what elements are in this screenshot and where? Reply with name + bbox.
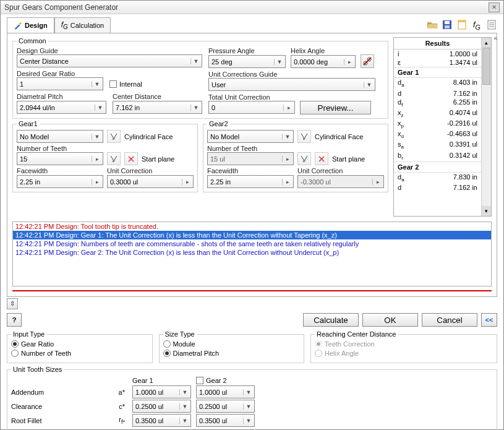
gear1-numteeth-input[interactable]: 15▸ (17, 152, 103, 165)
gear2-plane-pick-button[interactable] (297, 152, 311, 165)
app-window: Spur Gears Component Generator ✕ Design … (0, 0, 504, 430)
report-icon[interactable] (486, 19, 497, 30)
gear1-fieldset: Gear1 No Model▼ Cylindrical Face Number … (12, 120, 198, 192)
tab-design[interactable]: Design (7, 17, 54, 33)
radio-module[interactable]: Module (163, 340, 195, 348)
diametral-pitch-select[interactable]: 2.0944 ul/in▼ (17, 101, 106, 114)
scroll-down-icon[interactable]: ▾ (482, 206, 491, 216)
help-button[interactable]: ? (7, 313, 22, 327)
pressure-angle-select[interactable]: 25 deg▼ (208, 55, 286, 68)
helix-angle-input[interactable]: 0.0000 deg▸ (291, 55, 356, 68)
internal-checkbox[interactable]: Internal (109, 80, 142, 88)
pressure-angle-value: 25 deg (211, 58, 233, 66)
unit-corr-guide-label: Unit Corrections Guide (208, 71, 384, 78)
gear2-plane-clear-button[interactable] (315, 152, 328, 165)
gear2-facewidth-input[interactable]: 2.25 in▸ (207, 175, 294, 188)
log-line[interactable]: 12:42:21 PM Design: Gear 2: The Unit Cor… (13, 248, 491, 257)
spinner-icon[interactable]: ▸ (92, 156, 100, 162)
gear1-cylface-label: Cylindrical Face (124, 133, 173, 140)
gear1-plane-clear-button[interactable] (124, 152, 138, 165)
spinner-icon[interactable]: ▸ (283, 105, 292, 111)
close-button[interactable]: ✕ (489, 2, 500, 12)
tooth-g2-checkbox[interactable]: Gear 2 (196, 377, 255, 384)
collapse-results-icon[interactable]: « (492, 35, 499, 59)
chevron-down-icon: ▼ (92, 81, 100, 87)
rootfillet-g1-select[interactable]: 0.3500 ul▼ (132, 414, 191, 427)
results-row: i1.0000 ul (394, 49, 481, 58)
cancel-button[interactable]: Cancel (422, 313, 477, 327)
input-type-legend: Input Type (11, 330, 46, 338)
results-row: xp-0.2916 ul (394, 119, 481, 129)
pressure-angle-label: Pressure Angle (208, 47, 286, 54)
spinner-icon[interactable]: ▸ (282, 179, 291, 185)
rootfillet-sym: rf* (109, 416, 127, 425)
results-scrollbar[interactable]: ▴ ▾ (481, 38, 491, 216)
gear1-model-select[interactable]: No Model▼ (17, 130, 103, 143)
tooth-legend: Unit Tooth Sizes (11, 366, 64, 373)
scroll-thumb[interactable] (482, 48, 490, 85)
ok-label: OK (384, 316, 396, 325)
sheet-icon[interactable] (456, 19, 468, 30)
open-icon[interactable] (427, 19, 438, 30)
formula-icon[interactable]: fG (471, 19, 482, 30)
unit-corr-guide-select[interactable]: User▼ (208, 78, 375, 91)
gear-ratio-label: Gear Ratio (21, 340, 54, 348)
rootfillet-g1-value: 0.3500 ul (135, 417, 163, 424)
rootfillet-label: Root Fillet (11, 417, 104, 424)
gear2-face-pick-button[interactable] (297, 130, 311, 143)
log-line[interactable]: 12:42:21 PM Design: Numbers of teeth are… (13, 239, 491, 248)
spinner-icon[interactable]: ▸ (344, 59, 352, 65)
preview-button[interactable]: Preview... (300, 101, 371, 114)
radio-gear-ratio[interactable]: Gear Ratio (11, 340, 54, 348)
collapse-button[interactable]: << (481, 313, 497, 327)
chevron-down-icon: ▼ (274, 59, 283, 65)
clearance-g1-select[interactable]: 0.2500 ul▼ (132, 400, 191, 413)
titlebar: Spur Gears Component Generator ✕ (1, 1, 503, 14)
gear1-facewidth-input[interactable]: 2.25 in▸ (17, 175, 103, 188)
results-g2-header: Gear 2 (394, 161, 481, 173)
total-unit-corr-input[interactable]: 0▸ (208, 101, 295, 114)
helix-angle-label: Helix Angle (291, 47, 356, 54)
tab-calculation[interactable]: fG Calculation (54, 17, 111, 33)
center-distance-value: 7.162 in (116, 104, 140, 111)
design-guide-select[interactable]: Center Distance▼ (17, 54, 202, 67)
gear2-model-select[interactable]: No Model▼ (207, 130, 294, 143)
spinner-icon[interactable]: ▸ (92, 179, 100, 185)
gear1-unitcorr-input[interactable]: 0.3000 ul▸ (107, 175, 194, 188)
svg-rect-3 (445, 25, 450, 28)
svg-rect-5 (458, 20, 466, 22)
svg-rect-2 (445, 21, 450, 24)
gear1-face-pick-button[interactable] (107, 130, 121, 143)
desired-ratio-value: 1 (20, 80, 23, 88)
spinner-icon[interactable]: ▸ (182, 179, 190, 185)
diametral-pitch-radio-label: Diametral Pitch (173, 350, 220, 357)
gear-preview-icon-button[interactable] (361, 54, 374, 68)
desired-ratio-select[interactable]: 1▼ (17, 77, 103, 90)
addendum-g1-select[interactable]: 1.0000 ul▼ (132, 385, 191, 398)
module-label: Module (173, 340, 195, 348)
ok-button[interactable]: OK (362, 313, 418, 327)
gear1-plane-pick-button[interactable] (107, 152, 121, 165)
total-unit-corr-value: 0 (211, 104, 215, 111)
save-icon[interactable] (442, 19, 453, 30)
helix-angle-value: 0.0000 deg (294, 58, 328, 66)
tab-design-label: Design (25, 22, 48, 29)
scroll-up-icon[interactable]: ▴ (482, 38, 491, 48)
calculate-button[interactable]: Calculate (303, 313, 359, 327)
radio-num-teeth[interactable]: Number of Teeth (11, 350, 71, 357)
log-line[interactable]: 12:42:21 PM Design: Tool tooth tip is tr… (13, 222, 491, 231)
chevron-down-icon: ▼ (179, 403, 188, 410)
radio-diametral-pitch[interactable]: Diametral Pitch (163, 350, 220, 357)
chevron-down-icon: ▼ (364, 82, 372, 88)
chevron-down-icon: ▼ (243, 403, 252, 410)
message-log[interactable]: 12:42:21 PM Design: Tool tooth tip is tr… (12, 221, 492, 286)
cancel-label: Cancel (437, 316, 463, 325)
addendum-sym: a* (109, 389, 127, 396)
gear2-startplane-label: Start plane (332, 155, 365, 163)
log-line[interactable]: 12:42:21 PM Design: Gear 1: The Unit Cor… (13, 231, 491, 239)
clearance-g2-select: 0.2500 ul▼ (196, 400, 255, 413)
size-type-fieldset: Size Type Module Diametral Pitch (159, 330, 305, 363)
gear1-model-value: No Model (20, 133, 49, 140)
gear1-numteeth-label: Number of Teeth (17, 145, 194, 152)
expand-handle[interactable]: ⇳ (7, 298, 18, 309)
